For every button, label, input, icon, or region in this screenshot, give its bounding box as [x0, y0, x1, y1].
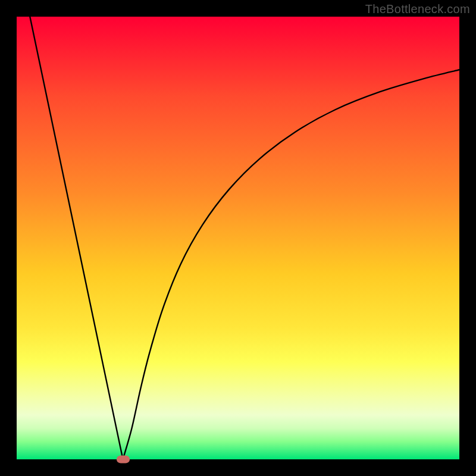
bottleneck-curve	[17, 17, 459, 459]
watermark-text: TheBottleneck.com	[365, 2, 470, 16]
curve-right-branch	[123, 70, 459, 459]
curve-left-branch	[30, 17, 123, 459]
chart-frame: TheBottleneck.com	[0, 0, 476, 476]
plot-area	[17, 17, 459, 459]
vertex-marker	[117, 456, 130, 464]
